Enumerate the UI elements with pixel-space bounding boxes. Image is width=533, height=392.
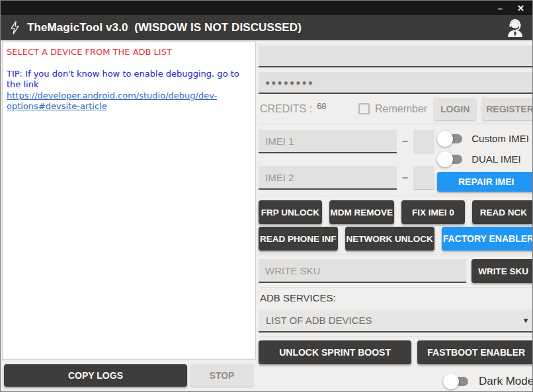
debug-options-link[interactable]: https://developer.android.com/studio/deb… [7, 91, 251, 112]
dual-imei-label: DUAL IMEI [472, 153, 520, 165]
credits-label: CREDITS : [260, 103, 312, 115]
left-footer: COPY LOGS STOP [2, 360, 256, 391]
toggle-knob [437, 151, 453, 167]
left-column: SELECT A DEVICE FROM THE ADB LIST TIP: I… [1, 40, 256, 391]
header: TheMagicTool v3.0 (WISDOW IS NOT DISCUSS… [1, 15, 532, 40]
imei2-row: – [259, 166, 434, 190]
custom-imei-toggle[interactable] [440, 134, 462, 143]
dual-imei-toggle[interactable] [440, 155, 462, 164]
adb-service-buttons: UNLOCK SPRINT BOOST FASTBOOT ENABLER [259, 340, 533, 364]
adb-devices-dropdown-value: LIST OF ADB DEVICES [266, 315, 372, 326]
remember-checkbox[interactable] [358, 103, 370, 114]
frp-unlock-button[interactable]: FRP UNLOCK [259, 200, 322, 224]
unlock-sprint-boost-button[interactable]: UNLOCK SPRINT BOOST [259, 340, 411, 364]
write-sku-input[interactable] [259, 259, 466, 283]
login-button[interactable]: LOGIN [434, 98, 476, 120]
imei-section: – – Custom IMEI [259, 124, 533, 196]
log-select-device-text: SELECT A DEVICE FROM THE ADB LIST [7, 47, 251, 58]
imei2-dash: – [402, 171, 408, 184]
imei1-check-digit-box[interactable] [413, 130, 434, 153]
remember-label: Remember [375, 103, 427, 115]
mdm-remove-button[interactable]: MDM REMOVE [329, 200, 395, 224]
fix-imei0-button[interactable]: FIX IMEI 0 [401, 200, 465, 224]
custom-imei-label: Custom IMEI [472, 133, 529, 144]
app-window: – ✕ TheMagicTool v3.0 (WISDOW IS NOT DIS… [0, 0, 533, 392]
log-output-panel: SELECT A DEVICE FROM THE ADB LIST TIP: I… [2, 42, 256, 360]
dark-mode-toggle[interactable] [446, 377, 468, 386]
custom-imei-toggle-row: Custom IMEI [437, 130, 533, 147]
imei1-input[interactable] [259, 130, 397, 153]
network-unlock-button[interactable]: NETWORK UNLOCK [345, 227, 434, 251]
dual-imei-toggle-row: DUAL IMEI [437, 150, 533, 168]
imei1-row: – [259, 130, 434, 153]
credits-row: CREDITS : 68 Remember LOGIN REGISTER [259, 94, 533, 124]
support-avatar-icon[interactable] [506, 18, 524, 38]
main-body: SELECT A DEVICE FROM THE ADB LIST TIP: I… [1, 40, 532, 391]
lightning-bolt-icon [9, 20, 21, 35]
adb-devices-dropdown[interactable]: LIST OF ADB DEVICES ▾ [259, 309, 533, 333]
imei-inputs: – – [259, 130, 434, 192]
copy-logs-button[interactable]: COPY LOGS [4, 364, 187, 387]
username-input[interactable] [259, 46, 533, 67]
repair-imei-button[interactable]: REPAIR IMEI [437, 172, 533, 192]
stop-button[interactable]: STOP [190, 364, 253, 387]
imei-options: Custom IMEI DUAL IMEI REPAIR IMEI [434, 130, 533, 192]
password-input[interactable] [259, 72, 533, 94]
factory-enabler-button[interactable]: FACTORY ENABLER [442, 227, 533, 251]
dark-mode-row: Dark Mode [259, 375, 533, 388]
action-row-2: READ PHONE INF NETWORK UNLOCK FACTORY EN… [259, 227, 533, 251]
fastboot-enabler-button[interactable]: FASTBOOT ENABLER [417, 340, 533, 364]
write-sku-button[interactable]: WRITE SKU [472, 259, 533, 283]
minimize-icon[interactable]: – [498, 4, 503, 13]
action-row-1: FRP UNLOCK MDM REMOVE FIX IMEI 0 READ NC… [259, 200, 533, 224]
titlebar: – ✕ [1, 1, 532, 15]
dark-mode-label: Dark Mode [479, 375, 533, 388]
adb-services-label: ADB SERVICES: [259, 292, 533, 303]
imei2-check-digit-box[interactable] [413, 166, 434, 190]
close-icon[interactable]: ✕ [517, 4, 524, 13]
action-buttons: FRP UNLOCK MDM REMOVE FIX IMEI 0 READ NC… [259, 196, 533, 255]
app-title: TheMagicTool v3.0 (WISDOW IS NOT DISCUSS… [27, 21, 302, 34]
right-column: CREDITS : 68 Remember LOGIN REGISTER – [256, 40, 533, 391]
chevron-down-icon: ▾ [524, 315, 528, 325]
toggle-knob [437, 131, 453, 147]
section-divider [259, 336, 533, 337]
write-sku-row: WRITE SKU [259, 255, 533, 288]
imei2-input[interactable] [259, 166, 397, 190]
toggle-knob [443, 373, 459, 389]
log-tip-text: TIP: If you don't know how to enable deb… [7, 69, 251, 91]
credits-value: 68 [317, 101, 326, 111]
register-button[interactable]: REGISTER [482, 98, 533, 120]
read-nck-button[interactable]: READ NCK [472, 200, 533, 224]
read-phone-inf-button[interactable]: READ PHONE INF [259, 227, 338, 251]
imei1-dash: – [402, 135, 408, 148]
